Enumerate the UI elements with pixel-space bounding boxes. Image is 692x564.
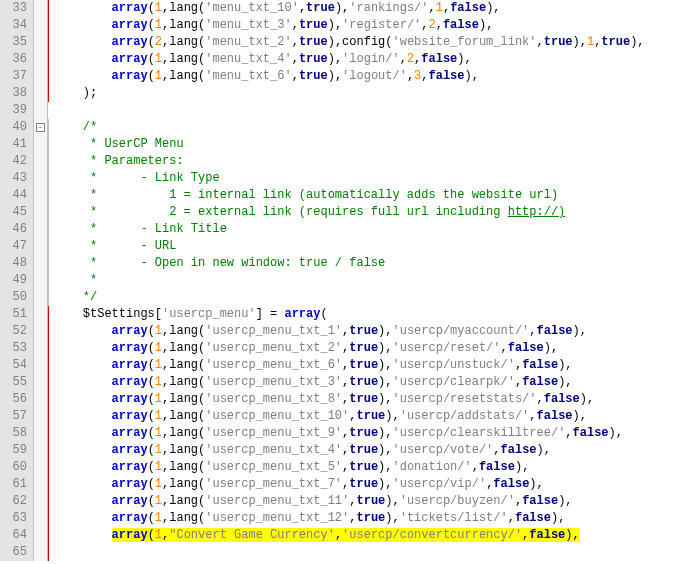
line-number: 55 — [6, 374, 27, 391]
code-line[interactable]: /* — [54, 119, 692, 136]
line-number: 51 — [6, 306, 27, 323]
code-line[interactable] — [54, 544, 692, 561]
line-number: 54 — [6, 357, 27, 374]
line-number: 65 — [6, 544, 27, 561]
code-line[interactable]: array(1,lang('usercp_menu_txt_7',true),'… — [54, 476, 692, 493]
code-line[interactable]: * - Open in new window: true / false — [54, 255, 692, 272]
code-line[interactable]: * 1 = internal link (automatically adds … — [54, 187, 692, 204]
line-number: 46 — [6, 221, 27, 238]
line-number-gutter: 3334353637383940414243444546474849505152… — [0, 0, 34, 561]
code-line[interactable]: array(1,lang('usercp_menu_txt_12',true),… — [54, 510, 692, 527]
line-number: 63 — [6, 510, 27, 527]
line-number: 53 — [6, 340, 27, 357]
line-number: 61 — [6, 476, 27, 493]
code-line[interactable]: array(1,lang('menu_txt_6',true),'logout/… — [54, 68, 692, 85]
line-number: 36 — [6, 51, 27, 68]
code-line[interactable]: array(1,lang('usercp_menu_txt_8',true),'… — [54, 391, 692, 408]
code-line[interactable]: * - Link Type — [54, 170, 692, 187]
code-line[interactable]: array(1,"Convert Game Currency','usercp/… — [54, 527, 692, 544]
line-number: 57 — [6, 408, 27, 425]
line-number: 64 — [6, 527, 27, 544]
line-number: 35 — [6, 34, 27, 51]
line-number: 42 — [6, 153, 27, 170]
line-number: 58 — [6, 425, 27, 442]
line-number: 62 — [6, 493, 27, 510]
code-line[interactable]: array(1,lang('usercp_menu_txt_6',true),'… — [54, 357, 692, 374]
code-area[interactable]: array(1,lang('menu_txt_10',true),'rankin… — [52, 0, 692, 561]
code-line[interactable]: array(1,lang('usercp_menu_txt_10',true),… — [54, 408, 692, 425]
code-line[interactable]: array(1,lang('usercp_menu_txt_11',true),… — [54, 493, 692, 510]
line-number: 44 — [6, 187, 27, 204]
code-line[interactable]: array(1,lang('usercp_menu_txt_3',true),'… — [54, 374, 692, 391]
line-number: 48 — [6, 255, 27, 272]
line-number: 47 — [6, 238, 27, 255]
code-editor: 3334353637383940414243444546474849505152… — [0, 0, 692, 561]
code-line[interactable]: */ — [54, 289, 692, 306]
code-line[interactable]: array(1,lang('usercp_menu_txt_9',true),'… — [54, 425, 692, 442]
line-number: 59 — [6, 442, 27, 459]
line-number: 56 — [6, 391, 27, 408]
line-number: 41 — [6, 136, 27, 153]
code-line[interactable]: * - Link Title — [54, 221, 692, 238]
line-number: 40 — [6, 119, 27, 136]
fold-column: − — [34, 0, 48, 561]
code-line[interactable] — [54, 102, 692, 119]
line-number: 37 — [6, 68, 27, 85]
line-number: 60 — [6, 459, 27, 476]
fold-toggle-icon[interactable]: − — [36, 123, 45, 132]
line-number: 33 — [6, 0, 27, 17]
code-line[interactable]: array(1,lang('menu_txt_4',true),'login/'… — [54, 51, 692, 68]
code-line[interactable]: * Parameters: — [54, 153, 692, 170]
line-number: 52 — [6, 323, 27, 340]
code-line[interactable]: * UserCP Menu — [54, 136, 692, 153]
code-line[interactable]: $tSettings['usercp_menu'] = array( — [54, 306, 692, 323]
code-line[interactable]: * — [54, 272, 692, 289]
code-line[interactable]: * - URL — [54, 238, 692, 255]
code-line[interactable]: array(1,lang('usercp_menu_txt_4',true),'… — [54, 442, 692, 459]
code-line[interactable]: array(1,lang('usercp_menu_txt_2',true),'… — [54, 340, 692, 357]
code-line[interactable]: * 2 = external link (requires full url i… — [54, 204, 692, 221]
line-number: 39 — [6, 102, 27, 119]
code-line[interactable]: array(1,lang('usercp_menu_txt_5',true),'… — [54, 459, 692, 476]
line-number: 43 — [6, 170, 27, 187]
line-number: 50 — [6, 289, 27, 306]
code-line[interactable]: array(1,lang('usercp_menu_txt_1',true),'… — [54, 323, 692, 340]
code-line[interactable]: ); — [54, 85, 692, 102]
line-number: 38 — [6, 85, 27, 102]
line-number: 49 — [6, 272, 27, 289]
code-line[interactable]: array(1,lang('menu_txt_3',true),'registe… — [54, 17, 692, 34]
code-line[interactable]: array(1,lang('menu_txt_10',true),'rankin… — [54, 0, 692, 17]
line-number: 45 — [6, 204, 27, 221]
line-number: 34 — [6, 17, 27, 34]
code-line[interactable]: array(2,lang('menu_txt_2',true),config('… — [54, 34, 692, 51]
